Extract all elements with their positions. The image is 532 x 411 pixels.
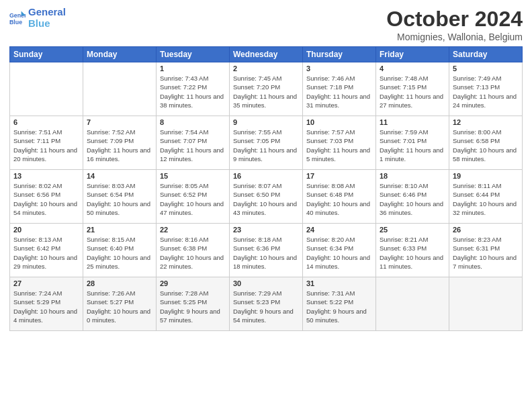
week-row-2: 6Sunrise: 7:51 AM Sunset: 7:11 PM Daylig… [10, 116, 523, 170]
day-info: Sunrise: 7:24 AM Sunset: 5:29 PM Dayligh… [13, 289, 79, 324]
day-info: Sunrise: 7:49 AM Sunset: 7:13 PM Dayligh… [453, 74, 519, 109]
day-cell: 31Sunrise: 7:31 AM Sunset: 5:22 PM Dayli… [303, 277, 376, 331]
day-info: Sunrise: 7:46 AM Sunset: 7:18 PM Dayligh… [306, 74, 372, 109]
day-number: 14 [87, 172, 152, 180]
day-number: 21 [87, 226, 152, 234]
day-number: 27 [13, 279, 79, 287]
day-cell: 5Sunrise: 7:49 AM Sunset: 7:13 PM Daylig… [449, 62, 523, 116]
day-cell: 23Sunrise: 8:18 AM Sunset: 6:36 PM Dayli… [230, 224, 303, 277]
day-number: 26 [453, 226, 519, 234]
day-cell: 16Sunrise: 8:07 AM Sunset: 6:50 PM Dayli… [230, 170, 303, 224]
day-cell: 13Sunrise: 8:02 AM Sunset: 6:56 PM Dayli… [10, 170, 83, 224]
day-number: 19 [453, 172, 519, 180]
day-info: Sunrise: 7:31 AM Sunset: 5:22 PM Dayligh… [306, 289, 372, 324]
day-number: 29 [160, 279, 226, 287]
day-cell: 1Sunrise: 7:43 AM Sunset: 7:22 PM Daylig… [157, 62, 230, 116]
svg-text:Blue: Blue [9, 18, 22, 25]
day-number: 17 [306, 172, 372, 180]
day-number: 10 [306, 118, 372, 126]
day-info: Sunrise: 7:51 AM Sunset: 7:11 PM Dayligh… [13, 128, 79, 163]
calendar-table: SundayMondayTuesdayWednesdayThursdayFrid… [9, 46, 523, 331]
day-cell [83, 62, 157, 116]
day-number: 18 [380, 172, 445, 180]
day-number: 2 [233, 64, 299, 73]
day-number: 7 [87, 118, 152, 126]
logo-line1: General [28, 7, 66, 18]
day-info: Sunrise: 7:29 AM Sunset: 5:23 PM Dayligh… [233, 289, 299, 324]
day-cell: 29Sunrise: 7:28 AM Sunset: 5:25 PM Dayli… [157, 277, 230, 331]
day-cell: 14Sunrise: 8:03 AM Sunset: 6:54 PM Dayli… [83, 170, 157, 224]
day-info: Sunrise: 8:11 AM Sunset: 6:44 PM Dayligh… [453, 181, 519, 217]
day-info: Sunrise: 7:52 AM Sunset: 7:09 PM Dayligh… [87, 128, 152, 163]
day-number: 25 [380, 226, 445, 234]
day-cell: 12Sunrise: 8:00 AM Sunset: 6:58 PM Dayli… [449, 116, 523, 170]
day-number: 1 [160, 64, 226, 73]
day-cell: 11Sunrise: 7:59 AM Sunset: 7:01 PM Dayli… [376, 116, 449, 170]
day-cell [449, 277, 523, 331]
day-number: 22 [160, 226, 226, 234]
day-cell: 19Sunrise: 8:11 AM Sunset: 6:44 PM Dayli… [449, 170, 523, 224]
day-cell: 20Sunrise: 8:13 AM Sunset: 6:42 PM Dayli… [10, 224, 83, 277]
page-header: General Blue General Blue October 2024 M… [9, 7, 523, 42]
week-row-5: 27Sunrise: 7:24 AM Sunset: 5:29 PM Dayli… [10, 277, 523, 331]
day-info: Sunrise: 7:59 AM Sunset: 7:01 PM Dayligh… [380, 128, 445, 163]
col-header-thursday: Thursday [303, 47, 376, 62]
day-number: 6 [13, 118, 79, 126]
day-info: Sunrise: 7:43 AM Sunset: 7:22 PM Dayligh… [160, 74, 226, 109]
day-cell: 27Sunrise: 7:24 AM Sunset: 5:29 PM Dayli… [10, 277, 83, 331]
day-info: Sunrise: 8:05 AM Sunset: 6:52 PM Dayligh… [160, 181, 226, 217]
day-info: Sunrise: 8:16 AM Sunset: 6:38 PM Dayligh… [160, 235, 226, 271]
day-number: 16 [233, 172, 299, 180]
day-number: 23 [233, 226, 299, 234]
col-header-saturday: Saturday [449, 47, 523, 62]
day-info: Sunrise: 8:08 AM Sunset: 6:48 PM Dayligh… [306, 181, 372, 217]
day-cell: 18Sunrise: 8:10 AM Sunset: 6:46 PM Dayli… [376, 170, 449, 224]
day-info: Sunrise: 8:00 AM Sunset: 6:58 PM Dayligh… [453, 128, 519, 163]
day-cell: 6Sunrise: 7:51 AM Sunset: 7:11 PM Daylig… [10, 116, 83, 170]
day-cell [10, 62, 83, 116]
day-number: 3 [306, 64, 372, 73]
day-info: Sunrise: 8:20 AM Sunset: 6:34 PM Dayligh… [306, 235, 372, 271]
col-header-sunday: Sunday [10, 47, 83, 62]
day-number: 31 [306, 279, 372, 287]
week-row-1: 1Sunrise: 7:43 AM Sunset: 7:22 PM Daylig… [10, 62, 523, 116]
day-cell: 26Sunrise: 8:23 AM Sunset: 6:31 PM Dayli… [449, 224, 523, 277]
day-cell: 25Sunrise: 8:21 AM Sunset: 6:33 PM Dayli… [376, 224, 449, 277]
day-cell: 15Sunrise: 8:05 AM Sunset: 6:52 PM Dayli… [157, 170, 230, 224]
day-cell: 22Sunrise: 8:16 AM Sunset: 6:38 PM Dayli… [157, 224, 230, 277]
logo: General Blue General Blue [9, 7, 66, 29]
day-info: Sunrise: 8:18 AM Sunset: 6:36 PM Dayligh… [233, 235, 299, 271]
day-info: Sunrise: 8:10 AM Sunset: 6:46 PM Dayligh… [380, 181, 445, 217]
week-row-3: 13Sunrise: 8:02 AM Sunset: 6:56 PM Dayli… [10, 170, 523, 224]
month-title: October 2024 [386, 7, 523, 32]
day-number: 20 [13, 226, 79, 234]
day-info: Sunrise: 8:07 AM Sunset: 6:50 PM Dayligh… [233, 181, 299, 217]
day-info: Sunrise: 8:02 AM Sunset: 6:56 PM Dayligh… [13, 181, 79, 217]
day-info: Sunrise: 7:26 AM Sunset: 5:27 PM Dayligh… [87, 289, 152, 324]
day-number: 9 [233, 118, 299, 126]
day-number: 13 [13, 172, 79, 180]
day-number: 30 [233, 279, 299, 287]
day-cell [376, 277, 449, 331]
day-info: Sunrise: 8:03 AM Sunset: 6:54 PM Dayligh… [87, 181, 152, 217]
col-header-tuesday: Tuesday [157, 47, 230, 62]
logo-line2: Blue [28, 18, 66, 30]
day-cell: 9Sunrise: 7:55 AM Sunset: 7:05 PM Daylig… [230, 116, 303, 170]
day-info: Sunrise: 7:57 AM Sunset: 7:03 PM Dayligh… [306, 128, 372, 163]
day-cell: 10Sunrise: 7:57 AM Sunset: 7:03 PM Dayli… [303, 116, 376, 170]
col-header-wednesday: Wednesday [230, 47, 303, 62]
day-cell: 4Sunrise: 7:48 AM Sunset: 7:15 PM Daylig… [376, 62, 449, 116]
day-number: 5 [453, 64, 519, 73]
day-number: 15 [160, 172, 226, 180]
day-info: Sunrise: 8:23 AM Sunset: 6:31 PM Dayligh… [453, 235, 519, 271]
day-number: 24 [306, 226, 372, 234]
day-info: Sunrise: 7:28 AM Sunset: 5:25 PM Dayligh… [160, 289, 226, 324]
day-cell: 7Sunrise: 7:52 AM Sunset: 7:09 PM Daylig… [83, 116, 157, 170]
col-header-friday: Friday [376, 47, 449, 62]
day-number: 12 [453, 118, 519, 126]
day-number: 4 [380, 64, 445, 73]
day-info: Sunrise: 7:54 AM Sunset: 7:07 PM Dayligh… [160, 128, 226, 163]
day-cell: 17Sunrise: 8:08 AM Sunset: 6:48 PM Dayli… [303, 170, 376, 224]
day-number: 11 [380, 118, 445, 126]
day-cell: 21Sunrise: 8:15 AM Sunset: 6:40 PM Dayli… [83, 224, 157, 277]
